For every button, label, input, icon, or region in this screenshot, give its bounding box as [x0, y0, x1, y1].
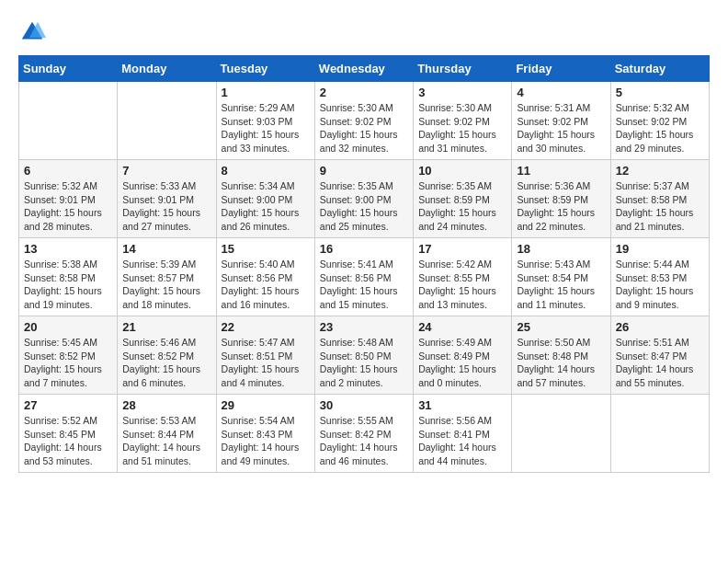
day-info: Sunrise: 5:34 AMSunset: 9:00 PMDaylight:… [222, 179, 310, 234]
calendar-cell [118, 82, 216, 160]
day-info: Sunrise: 5:35 AMSunset: 9:00 PMDaylight:… [320, 179, 408, 234]
day-number: 14 [122, 242, 210, 256]
day-header-tuesday: Tuesday [216, 56, 314, 82]
day-number: 30 [320, 398, 408, 412]
calendar-week-row: 20Sunrise: 5:45 AMSunset: 8:52 PMDayligh… [19, 316, 710, 395]
day-number: 17 [418, 242, 506, 256]
day-number: 11 [517, 164, 605, 178]
calendar-cell [512, 395, 610, 473]
day-header-wednesday: Wednesday [314, 56, 413, 82]
day-info: Sunrise: 5:46 AMSunset: 8:52 PMDaylight:… [122, 336, 210, 390]
day-info: Sunrise: 5:56 AMSunset: 8:41 PMDaylight:… [418, 414, 506, 468]
day-number: 9 [320, 164, 408, 178]
calendar-cell: 27Sunrise: 5:52 AMSunset: 8:45 PMDayligh… [19, 395, 118, 473]
calendar-week-row: 1Sunrise: 5:29 AMSunset: 9:03 PMDaylight… [19, 82, 710, 160]
calendar-week-row: 13Sunrise: 5:38 AMSunset: 8:58 PMDayligh… [19, 238, 710, 316]
calendar-cell: 11Sunrise: 5:36 AMSunset: 8:59 PMDayligh… [512, 160, 610, 238]
day-number: 8 [222, 164, 310, 178]
calendar-cell: 16Sunrise: 5:41 AMSunset: 8:56 PMDayligh… [314, 238, 413, 316]
calendar-cell: 4Sunrise: 5:31 AMSunset: 9:02 PMDaylight… [512, 82, 610, 160]
day-info: Sunrise: 5:29 AMSunset: 9:03 PMDaylight:… [222, 101, 310, 155]
page-header [18, 18, 710, 46]
calendar-cell: 24Sunrise: 5:49 AMSunset: 8:49 PMDayligh… [414, 316, 512, 395]
calendar-cell: 10Sunrise: 5:35 AMSunset: 8:59 PMDayligh… [414, 160, 512, 238]
calendar-cell: 5Sunrise: 5:32 AMSunset: 9:02 PMDaylight… [610, 82, 709, 160]
day-number: 22 [222, 320, 310, 334]
day-info: Sunrise: 5:38 AMSunset: 8:58 PMDaylight:… [24, 258, 112, 312]
calendar-cell: 29Sunrise: 5:54 AMSunset: 8:43 PMDayligh… [216, 395, 314, 473]
logo-icon [18, 18, 46, 46]
day-number: 13 [24, 242, 112, 256]
day-info: Sunrise: 5:42 AMSunset: 8:55 PMDaylight:… [418, 258, 506, 312]
day-number: 23 [320, 320, 408, 334]
day-info: Sunrise: 5:43 AMSunset: 8:54 PMDaylight:… [517, 258, 605, 312]
day-number: 24 [418, 320, 506, 334]
day-info: Sunrise: 5:47 AMSunset: 8:51 PMDaylight:… [222, 336, 310, 390]
calendar-cell: 7Sunrise: 5:33 AMSunset: 9:01 PMDaylight… [118, 160, 216, 238]
calendar-cell: 26Sunrise: 5:51 AMSunset: 8:47 PMDayligh… [610, 316, 709, 395]
day-number: 27 [24, 398, 112, 412]
day-info: Sunrise: 5:53 AMSunset: 8:44 PMDaylight:… [122, 414, 210, 468]
calendar-cell: 6Sunrise: 5:32 AMSunset: 9:01 PMDaylight… [19, 160, 118, 238]
day-info: Sunrise: 5:30 AMSunset: 9:02 PMDaylight:… [320, 101, 408, 155]
day-number: 10 [418, 164, 506, 178]
day-number: 15 [222, 242, 310, 256]
day-info: Sunrise: 5:45 AMSunset: 8:52 PMDaylight:… [24, 336, 112, 390]
calendar-table: SundayMondayTuesdayWednesdayThursdayFrid… [18, 55, 710, 473]
day-number: 4 [517, 86, 605, 99]
calendar-cell: 1Sunrise: 5:29 AMSunset: 9:03 PMDaylight… [216, 82, 314, 160]
day-info: Sunrise: 5:31 AMSunset: 9:02 PMDaylight:… [517, 101, 605, 155]
calendar-cell: 18Sunrise: 5:43 AMSunset: 8:54 PMDayligh… [512, 238, 610, 316]
logo [18, 18, 50, 46]
day-header-monday: Monday [118, 56, 216, 82]
calendar-cell: 13Sunrise: 5:38 AMSunset: 8:58 PMDayligh… [19, 238, 118, 316]
day-header-saturday: Saturday [610, 56, 709, 82]
day-info: Sunrise: 5:49 AMSunset: 8:49 PMDaylight:… [418, 336, 506, 390]
day-number: 6 [24, 164, 112, 178]
day-info: Sunrise: 5:37 AMSunset: 8:58 PMDaylight:… [616, 179, 704, 234]
calendar-cell [610, 395, 709, 473]
calendar-cell: 31Sunrise: 5:56 AMSunset: 8:41 PMDayligh… [414, 395, 512, 473]
day-number: 26 [616, 320, 704, 334]
calendar-cell: 14Sunrise: 5:39 AMSunset: 8:57 PMDayligh… [118, 238, 216, 316]
calendar-cell: 30Sunrise: 5:55 AMSunset: 8:42 PMDayligh… [314, 395, 413, 473]
calendar-cell: 3Sunrise: 5:30 AMSunset: 9:02 PMDaylight… [414, 82, 512, 160]
day-info: Sunrise: 5:51 AMSunset: 8:47 PMDaylight:… [616, 336, 704, 390]
calendar-cell: 12Sunrise: 5:37 AMSunset: 8:58 PMDayligh… [610, 160, 709, 238]
day-number: 7 [122, 164, 210, 178]
calendar-cell: 28Sunrise: 5:53 AMSunset: 8:44 PMDayligh… [118, 395, 216, 473]
day-number: 25 [517, 320, 605, 334]
day-info: Sunrise: 5:32 AMSunset: 9:02 PMDaylight:… [616, 101, 704, 155]
day-number: 16 [320, 242, 408, 256]
day-info: Sunrise: 5:54 AMSunset: 8:43 PMDaylight:… [222, 414, 310, 468]
day-info: Sunrise: 5:33 AMSunset: 9:01 PMDaylight:… [122, 179, 210, 234]
day-number: 5 [616, 86, 704, 99]
calendar-week-row: 6Sunrise: 5:32 AMSunset: 9:01 PMDaylight… [19, 160, 710, 238]
calendar-cell: 15Sunrise: 5:40 AMSunset: 8:56 PMDayligh… [216, 238, 314, 316]
calendar-week-row: 27Sunrise: 5:52 AMSunset: 8:45 PMDayligh… [19, 395, 710, 473]
calendar-cell: 21Sunrise: 5:46 AMSunset: 8:52 PMDayligh… [118, 316, 216, 395]
calendar-cell: 8Sunrise: 5:34 AMSunset: 9:00 PMDaylight… [216, 160, 314, 238]
day-info: Sunrise: 5:41 AMSunset: 8:56 PMDaylight:… [320, 258, 408, 312]
day-info: Sunrise: 5:55 AMSunset: 8:42 PMDaylight:… [320, 414, 408, 468]
day-number: 18 [517, 242, 605, 256]
day-info: Sunrise: 5:30 AMSunset: 9:02 PMDaylight:… [418, 101, 506, 155]
calendar-cell: 17Sunrise: 5:42 AMSunset: 8:55 PMDayligh… [414, 238, 512, 316]
day-number: 21 [122, 320, 210, 334]
day-number: 29 [222, 398, 310, 412]
day-header-thursday: Thursday [414, 56, 512, 82]
day-header-friday: Friday [512, 56, 610, 82]
day-number: 19 [616, 242, 704, 256]
day-number: 1 [222, 86, 310, 99]
calendar-header-row: SundayMondayTuesdayWednesdayThursdayFrid… [19, 56, 710, 82]
day-number: 2 [320, 86, 408, 99]
day-info: Sunrise: 5:36 AMSunset: 8:59 PMDaylight:… [517, 179, 605, 234]
day-number: 28 [122, 398, 210, 412]
day-info: Sunrise: 5:32 AMSunset: 9:01 PMDaylight:… [24, 179, 112, 234]
day-number: 31 [418, 398, 506, 412]
day-info: Sunrise: 5:39 AMSunset: 8:57 PMDaylight:… [122, 258, 210, 312]
calendar-cell: 23Sunrise: 5:48 AMSunset: 8:50 PMDayligh… [314, 316, 413, 395]
day-info: Sunrise: 5:48 AMSunset: 8:50 PMDaylight:… [320, 336, 408, 390]
day-info: Sunrise: 5:50 AMSunset: 8:48 PMDaylight:… [517, 336, 605, 390]
calendar-cell: 9Sunrise: 5:35 AMSunset: 9:00 PMDaylight… [314, 160, 413, 238]
